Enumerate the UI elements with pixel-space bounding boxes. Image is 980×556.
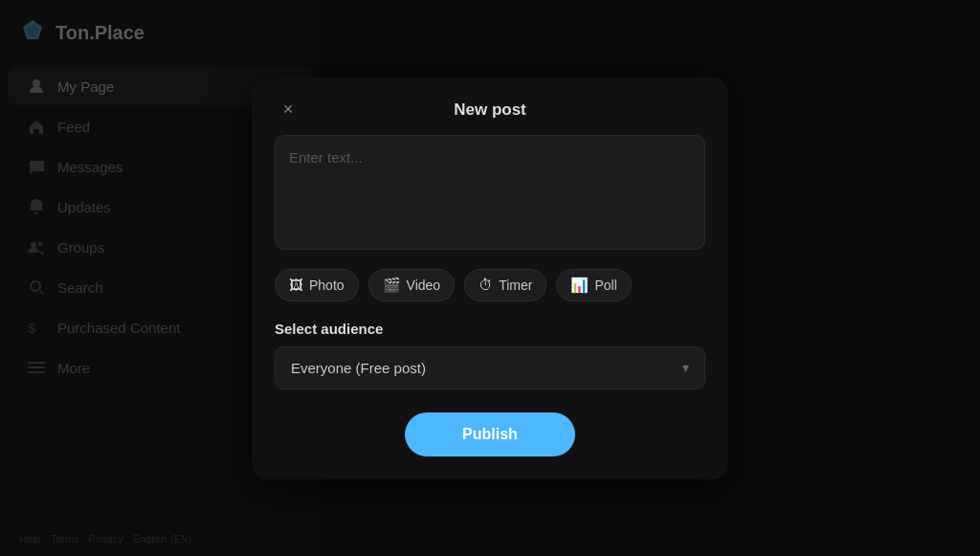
audience-label: Select audience — [275, 321, 705, 337]
timer-label: Timer — [499, 278, 532, 293]
poll-label: Poll — [594, 278, 616, 293]
photo-label: Photo — [309, 278, 345, 293]
video-icon: 🎬 — [383, 277, 401, 294]
video-label: Video — [407, 278, 441, 293]
close-icon: × — [283, 100, 294, 120]
close-button[interactable]: × — [275, 97, 301, 123]
audience-select[interactable]: Everyone (Free post) ▾ — [275, 346, 705, 389]
publish-button[interactable]: Publish — [405, 412, 575, 456]
media-buttons: 🖼 Photo 🎬 Video ⏱ Timer 📊 Poll — [275, 269, 705, 301]
timer-button[interactable]: ⏱ Timer — [464, 269, 546, 301]
poll-icon: 📊 — [570, 277, 589, 294]
photo-icon: 🖼 — [289, 277, 303, 293]
modal-title: New post — [454, 100, 526, 120]
photo-button[interactable]: 🖼 Photo — [275, 269, 359, 301]
audience-value: Everyone (Free post) — [291, 360, 426, 376]
post-text-input[interactable] — [275, 135, 705, 250]
modal-header: × New post — [275, 100, 705, 120]
poll-button[interactable]: 📊 Poll — [556, 269, 631, 301]
chevron-down-icon: ▾ — [682, 360, 689, 375]
new-post-modal: × New post 🖼 Photo 🎬 Video ⏱ Timer 📊 Pol… — [252, 78, 728, 479]
timer-icon: ⏱ — [479, 277, 493, 293]
publish-area: Publish — [275, 412, 705, 456]
video-button[interactable]: 🎬 Video — [368, 269, 456, 301]
